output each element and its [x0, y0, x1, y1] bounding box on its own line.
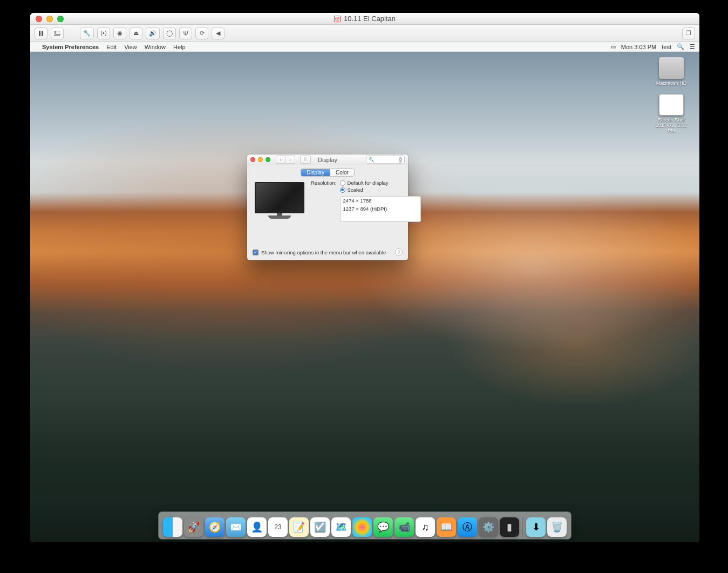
- resolution-option[interactable]: 2474 × 1788: [341, 197, 420, 205]
- camera-button[interactable]: ◯: [163, 28, 176, 39]
- menubar-user[interactable]: test: [662, 44, 671, 50]
- prefs-traffic-lights: [250, 157, 270, 162]
- lock-button[interactable]: ⏏: [130, 28, 142, 39]
- dock-trash[interactable]: 🗑️: [547, 517, 567, 537]
- prefs-body: Resolution: Default for display Scaled: [247, 180, 408, 246]
- mirroring-checkbox[interactable]: ✓: [253, 250, 258, 255]
- monitor-stand-icon: [268, 215, 291, 219]
- dock-notes[interactable]: 📝: [289, 517, 309, 537]
- radio-default-for-display[interactable]: Default for display: [340, 180, 421, 186]
- app-menu[interactable]: System Preferences: [42, 44, 99, 50]
- dock-system-preferences[interactable]: ⚙️: [479, 517, 498, 537]
- dock-divider: [522, 517, 523, 537]
- tab-bar: Display Color: [247, 165, 408, 180]
- dock-calendar[interactable]: 23: [268, 517, 288, 537]
- tab-color[interactable]: Color: [330, 169, 354, 176]
- resolution-option[interactable]: 1237 × 894 (HiDPI): [341, 205, 420, 213]
- zoom-icon[interactable]: [57, 16, 64, 22]
- resolution-label: Resolution:: [311, 180, 337, 186]
- svg-rect-0: [39, 31, 40, 36]
- dock-mail[interactable]: ✉️: [226, 517, 246, 537]
- host-title-text: 10.11 El Capitan: [344, 15, 396, 23]
- dock-photos[interactable]: [352, 517, 372, 537]
- file-icon: [659, 94, 684, 116]
- dock-launchpad[interactable]: 🚀: [184, 517, 203, 537]
- windows-button[interactable]: ❐: [682, 28, 695, 39]
- spotlight-icon[interactable]: 🔍: [677, 43, 684, 50]
- host-titlebar[interactable]: ⨁ 10.11 El Capitan: [30, 13, 699, 25]
- system-preferences-window[interactable]: ‹ › ⠿ Display 🔍 ✕ Display Color: [247, 154, 408, 260]
- search-icon: 🔍: [369, 157, 374, 162]
- radio-icon: [340, 187, 345, 193]
- sync-button[interactable]: ⟳: [195, 28, 208, 39]
- hard-disk-icon: [659, 57, 684, 79]
- monitor-screen-icon: [255, 182, 304, 213]
- dock-facetime[interactable]: 📹: [394, 517, 414, 537]
- prefs-titlebar[interactable]: ‹ › ⠿ Display 🔍 ✕: [247, 154, 408, 165]
- nav-back-button[interactable]: ‹: [276, 156, 285, 164]
- svg-rect-3: [56, 31, 60, 35]
- monitor-preview: [255, 182, 304, 221]
- host-title: ⨁ 10.11 El Capitan: [30, 15, 699, 23]
- desktop-icon-label: Macintosh HD: [652, 80, 691, 86]
- dock: 🚀 🧭 ✉️ 👤 23 📝 ☑️ 🗺️ 💬 📹 ♫ 📖 Ⓐ ⚙️ ▮ ⬇ 🗑️: [159, 512, 571, 539]
- fullscreen-button[interactable]: ⟨•⟩: [97, 28, 110, 39]
- calendar-day: 23: [274, 523, 281, 531]
- clear-search-icon[interactable]: ✕: [399, 157, 402, 163]
- guest-menubar: System Preferences Edit View Window Help…: [30, 42, 699, 52]
- menu-edit[interactable]: Edit: [106, 44, 117, 50]
- snapshot-button[interactable]: [51, 28, 64, 39]
- disk-button[interactable]: ◉: [113, 28, 126, 39]
- host-traffic-lights: [30, 16, 64, 22]
- dock-contacts[interactable]: 👤: [247, 517, 267, 537]
- radio-icon: [340, 180, 345, 186]
- svg-rect-1: [42, 31, 43, 36]
- display-menu-icon[interactable]: ▭: [610, 43, 616, 50]
- dock-terminal[interactable]: ▮: [500, 517, 519, 537]
- vm-status-icon: ⨁: [334, 16, 341, 22]
- menu-window[interactable]: Window: [145, 44, 166, 50]
- prefs-footer: ✓ Show mirroring options in the menu bar…: [247, 246, 408, 260]
- radio-scaled[interactable]: Scaled: [340, 187, 421, 193]
- zoom-icon[interactable]: [266, 157, 270, 162]
- minimize-icon[interactable]: [258, 157, 263, 162]
- vm-host-window: ⨁ 10.11 El Capitan 🔧 ⟨•⟩ ◉ ⏏ 🔊 ◯ Ψ ⟳ ◀ ❐…: [30, 13, 699, 542]
- notification-center-icon[interactable]: ☰: [690, 43, 695, 50]
- minimize-icon[interactable]: [46, 16, 53, 22]
- close-icon[interactable]: [36, 16, 42, 22]
- help-button[interactable]: ?: [395, 248, 403, 256]
- desktop-icon-screenshot[interactable]: Screen Shot 2017-01...3.02 PM: [652, 94, 691, 133]
- settings-button[interactable]: 🔧: [80, 28, 94, 39]
- wallpaper-el-capitan: [30, 42, 699, 542]
- pause-button[interactable]: [35, 28, 47, 39]
- dock-safari[interactable]: 🧭: [205, 517, 224, 537]
- tab-display[interactable]: Display: [301, 169, 330, 176]
- resolution-list[interactable]: 2474 × 1788 1237 × 894 (HiDPI): [340, 196, 421, 222]
- dock-messages[interactable]: 💬: [373, 517, 393, 537]
- menu-help[interactable]: Help: [173, 44, 186, 50]
- dock-downloads[interactable]: ⬇: [526, 517, 546, 537]
- dock-appstore[interactable]: Ⓐ: [458, 517, 477, 537]
- menubar-time[interactable]: Mon 3:03 PM: [621, 44, 656, 50]
- back-button[interactable]: ◀: [212, 28, 224, 39]
- close-icon[interactable]: [250, 157, 255, 162]
- mirroring-label: Show mirroring options in the menu bar w…: [261, 250, 386, 255]
- dock-maps[interactable]: 🗺️: [331, 517, 351, 537]
- usb-button[interactable]: Ψ: [179, 28, 192, 39]
- dock-ibooks[interactable]: 📖: [437, 517, 456, 537]
- radio-label: Scaled: [348, 187, 363, 193]
- sound-button[interactable]: 🔊: [146, 28, 160, 39]
- prefs-title: Display: [292, 157, 363, 163]
- menu-view[interactable]: View: [124, 44, 137, 50]
- dock-itunes[interactable]: ♫: [416, 517, 435, 537]
- desktop-icon-label: Screen Shot 2017-01...3.02 PM: [652, 117, 691, 133]
- host-toolbar: 🔧 ⟨•⟩ ◉ ⏏ 🔊 ◯ Ψ ⟳ ◀ ❐: [30, 25, 699, 42]
- dock-finder[interactable]: [163, 517, 182, 537]
- dock-reminders[interactable]: ☑️: [310, 517, 330, 537]
- prefs-search-input[interactable]: [376, 157, 397, 163]
- desktop-icon-macintosh-hd[interactable]: Macintosh HD: [652, 57, 691, 86]
- radio-label: Default for display: [348, 180, 389, 186]
- prefs-search-field[interactable]: 🔍 ✕: [366, 156, 405, 164]
- guest-desktop[interactable]: System Preferences Edit View Window Help…: [30, 42, 699, 542]
